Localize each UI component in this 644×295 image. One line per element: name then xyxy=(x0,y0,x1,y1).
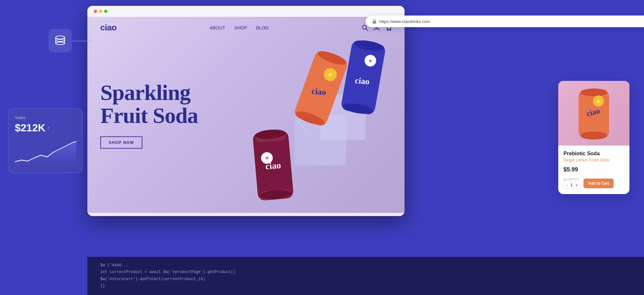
site-navigation: ciao ABOUT SHOP BLOG xyxy=(87,17,405,38)
svg-line-5 xyxy=(366,29,368,31)
nav-links: ABOUT SHOP BLOG xyxy=(210,25,269,30)
svg-text:✳: ✳ xyxy=(265,155,269,161)
hero-title: Sparkling Fruit Soda xyxy=(100,81,198,127)
nav-about[interactable]: ABOUT xyxy=(210,25,225,30)
hero-text: Sparkling Fruit Soda SHOP NOW xyxy=(100,81,198,149)
sales-trend: ↑ xyxy=(47,125,50,131)
maximize-dot[interactable] xyxy=(104,10,107,13)
browser-window: ciao ABOUT SHOP BLOG xyxy=(87,6,405,216)
add-to-cart-button[interactable]: Add to Cart xyxy=(583,179,614,188)
site-logo: ciao xyxy=(100,23,117,33)
quantity-controls[interactable]: - 1 + xyxy=(563,181,581,189)
quantity-label: QUANTITY xyxy=(563,178,581,181)
svg-point-8 xyxy=(390,29,391,30)
cans-area: ciao ✳ ciao ✳ xyxy=(198,17,405,213)
sales-widget: Sales $212K ↑ xyxy=(8,108,83,173)
svg-point-36 xyxy=(580,132,607,140)
svg-rect-33 xyxy=(373,21,376,24)
shop-now-button[interactable]: SHOP NOW xyxy=(100,136,142,148)
svg-text:✳: ✳ xyxy=(596,99,601,104)
svg-point-1 xyxy=(56,42,65,45)
product-image: ciao ✳ xyxy=(558,81,629,146)
svg-point-4 xyxy=(362,25,366,29)
svg-point-0 xyxy=(56,36,65,39)
connector-line xyxy=(72,41,93,41)
window-controls xyxy=(94,10,107,13)
quantity-value: 1 xyxy=(571,182,573,187)
cans-svg: ciao ✳ ciao ✳ xyxy=(204,23,405,213)
sales-label: Sales xyxy=(15,115,76,120)
nav-shop[interactable]: SHOP xyxy=(234,25,247,30)
svg-point-7 xyxy=(387,29,388,30)
svg-text:ciao: ciao xyxy=(311,86,327,97)
code-snippet: $w ('#add... let currentProduct = await … xyxy=(87,257,644,295)
nav-blog[interactable]: BLOG xyxy=(256,25,269,30)
product-price: $5.99 xyxy=(563,166,624,173)
database-widget xyxy=(49,29,72,52)
quantity-section: QUANTITY - 1 + xyxy=(563,178,581,189)
database-icon xyxy=(54,34,67,47)
code-line-2: let currentProduct = await $w('#productP… xyxy=(100,269,631,276)
sales-chart xyxy=(15,139,76,165)
minimize-dot[interactable] xyxy=(99,10,102,13)
lock-icon xyxy=(372,19,377,24)
code-line-4: {} xyxy=(100,283,631,290)
url-bar[interactable]: https://www.ciaodrinks.com xyxy=(366,16,644,27)
code-line-3: $w('#storeCart').addToCart(currentProduc… xyxy=(100,276,631,283)
svg-text:ciao: ciao xyxy=(355,76,370,86)
product-actions: QUANTITY - 1 + Add to Cart xyxy=(563,178,624,189)
sales-value: $212K ↑ xyxy=(15,122,76,134)
product-can-svg: ciao ✳ xyxy=(574,86,613,141)
product-card: ciao ✳ Prebiotic Soda Ginger Lemon Fresh… xyxy=(558,81,629,194)
quantity-plus[interactable]: + xyxy=(575,183,578,187)
svg-point-35 xyxy=(580,89,607,97)
browser-toolbar xyxy=(87,6,405,17)
code-line-1: $w ('#add... xyxy=(100,262,631,269)
quantity-minus[interactable]: - xyxy=(566,183,568,187)
product-name: Prebiotic Soda xyxy=(563,151,624,157)
product-info: Prebiotic Soda Ginger Lemon Fresh Drink … xyxy=(558,146,629,194)
close-dot[interactable] xyxy=(94,10,97,13)
url-text: https://www.ciaodrinks.com xyxy=(379,19,430,24)
website-content: ciao ABOUT SHOP BLOG xyxy=(87,17,405,213)
product-subtitle: Ginger Lemon Fresh Drink xyxy=(563,158,624,162)
